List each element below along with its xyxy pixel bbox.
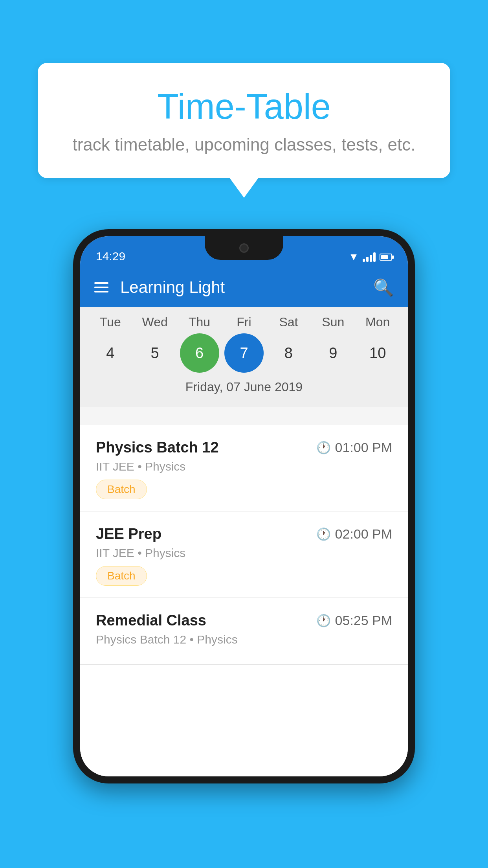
bubble-title: Time-Table	[69, 86, 419, 127]
date-9[interactable]: 9	[314, 333, 353, 373]
day-sun: Sun	[314, 315, 353, 329]
item-2-header: JEE Prep 🕐 02:00 PM	[96, 526, 392, 542]
item-1-header: Physics Batch 12 🕐 01:00 PM	[96, 439, 392, 456]
camera	[239, 243, 249, 253]
item-1-tag: Batch	[96, 480, 147, 499]
date-10[interactable]: 10	[358, 333, 397, 373]
day-tue: Tue	[91, 315, 130, 329]
date-6[interactable]: 6	[180, 333, 219, 373]
day-mon: Mon	[358, 315, 397, 329]
item-3-header: Remedial Class 🕐 05:25 PM	[96, 612, 392, 629]
phone-outer: 14:29 ▼	[73, 229, 415, 783]
wifi-icon: ▼	[349, 251, 359, 263]
date-4[interactable]: 4	[91, 333, 130, 373]
notch	[205, 236, 283, 260]
schedule-list: Physics Batch 12 🕐 01:00 PM IIT JEE • Ph…	[80, 425, 408, 776]
schedule-item-1[interactable]: Physics Batch 12 🕐 01:00 PM IIT JEE • Ph…	[80, 425, 408, 511]
date-5[interactable]: 5	[135, 333, 174, 373]
item-3-name: Remedial Class	[96, 612, 206, 629]
schedule-item-3[interactable]: Remedial Class 🕐 05:25 PM Physics Batch …	[80, 598, 408, 665]
clock-icon-3: 🕐	[316, 614, 331, 627]
item-3-time-text: 05:25 PM	[335, 613, 392, 628]
schedule-item-2[interactable]: JEE Prep 🕐 02:00 PM IIT JEE • Physics Ba…	[80, 511, 408, 598]
day-fri: Fri	[224, 315, 264, 329]
phone-screen: 14:29 ▼	[80, 236, 408, 776]
search-button[interactable]: 🔍	[373, 278, 394, 297]
item-2-category: IIT JEE • Physics	[96, 546, 392, 560]
item-2-tag: Batch	[96, 566, 147, 586]
clock-icon-1: 🕐	[316, 441, 331, 454]
days-row: Tue Wed Thu Fri Sat Sun Mon	[80, 315, 408, 329]
app-title: Learning Light	[120, 278, 373, 297]
item-1-category: IIT JEE • Physics	[96, 460, 392, 473]
selected-date-label: Friday, 07 June 2019	[80, 377, 408, 399]
hamburger-menu[interactable]	[94, 282, 108, 292]
item-2-time-text: 02:00 PM	[335, 526, 392, 542]
day-sat: Sat	[269, 315, 308, 329]
item-3-time: 🕐 05:25 PM	[316, 613, 392, 628]
day-wed: Wed	[135, 315, 174, 329]
date-8[interactable]: 8	[269, 333, 308, 373]
signal-icon	[363, 252, 376, 262]
battery-icon	[380, 254, 392, 261]
clock-icon-2: 🕐	[316, 527, 331, 541]
item-3-category: Physics Batch 12 • Physics	[96, 633, 392, 646]
item-1-time: 🕐 01:00 PM	[316, 440, 392, 455]
bubble-subtitle: track timetable, upcoming classes, tests…	[69, 135, 419, 154]
item-1-time-text: 01:00 PM	[335, 440, 392, 455]
speech-bubble: Time-Table track timetable, upcoming cla…	[38, 63, 450, 178]
app-bar: Learning Light 🔍	[80, 268, 408, 307]
calendar: Tue Wed Thu Fri Sat Sun Mon 4 5 6 7 8 9 …	[80, 307, 408, 407]
item-2-time: 🕐 02:00 PM	[316, 526, 392, 542]
date-7[interactable]: 7	[224, 333, 264, 373]
day-thu: Thu	[180, 315, 219, 329]
phone-mockup: 14:29 ▼	[73, 229, 415, 783]
status-icons: ▼	[349, 251, 392, 263]
dates-row: 4 5 6 7 8 9 10	[80, 333, 408, 373]
item-1-name: Physics Batch 12	[96, 439, 219, 456]
item-2-name: JEE Prep	[96, 526, 161, 542]
